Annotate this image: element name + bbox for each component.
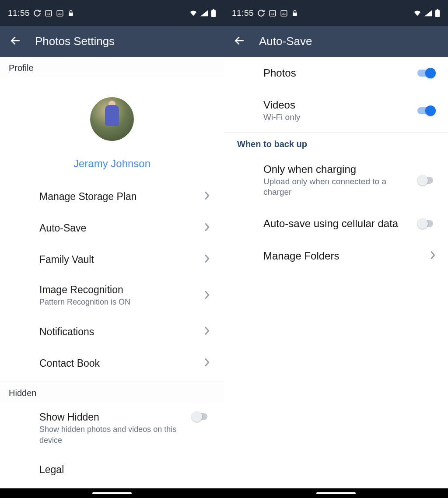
item-label: Image Recognition [39, 284, 204, 296]
svg-text:31: 31 [47, 11, 51, 15]
system-nav-bar[interactable] [0, 488, 224, 498]
chevron-right-icon [430, 250, 436, 262]
svg-rect-11 [435, 10, 440, 17]
signal-icon [200, 10, 208, 17]
profile-block: Jeramy Johnson [0, 77, 224, 181]
item-only-when-charging[interactable]: Only when charging Upload only when conn… [224, 154, 448, 207]
item-cellular-data[interactable]: Auto-save using cellular data [224, 207, 448, 240]
svg-rect-12 [437, 9, 438, 10]
section-profile: Profile [0, 57, 224, 77]
item-label: Auto-Save [39, 222, 204, 234]
calendar-icon: 31 [45, 9, 52, 17]
toggle-photos[interactable] [417, 68, 436, 78]
lock-icon [291, 10, 298, 17]
item-label: Notifications [39, 326, 204, 338]
chevron-right-icon [204, 358, 210, 369]
chevron-right-icon [204, 191, 210, 202]
item-subtitle: Show hidden photos and videos on this de… [39, 424, 192, 445]
section-when-backup: When to back up [224, 133, 448, 154]
calendar-icon: 31 [269, 9, 276, 17]
toggle-videos[interactable] [417, 105, 436, 116]
status-bar: 11:55 31 31 [224, 0, 448, 26]
item-manage-folders[interactable]: Manage Folders [224, 240, 448, 272]
item-subtitle: Wi-Fi only [263, 112, 410, 123]
toggle-charging[interactable] [417, 175, 436, 186]
sync-icon [257, 9, 265, 17]
app-bar: Auto-Save [224, 26, 448, 57]
chevron-right-icon [204, 254, 210, 265]
item-label: Videos [263, 99, 410, 111]
item-label: Auto-save using cellular data [263, 217, 410, 230]
page-title: Photos Settings [35, 35, 115, 48]
signal-icon [424, 10, 432, 17]
lock-icon [67, 10, 74, 17]
page-title: Auto-Save [259, 35, 312, 48]
screen-photos-settings: 11:55 31 31 [0, 0, 224, 498]
item-subtitle: Upload only when connected to a charger [263, 176, 410, 198]
item-label: Family Vault [39, 254, 204, 266]
item-videos[interactable]: Videos Wi-Fi only [224, 89, 448, 133]
item-show-hidden[interactable]: Show Hidden Show hidden photos and video… [0, 403, 224, 454]
calendar-icon: 31 [280, 9, 288, 17]
status-time: 11:55 [232, 8, 254, 18]
item-label: Manage Folders [263, 250, 423, 262]
item-photos[interactable]: Photos [224, 57, 448, 89]
toggle-show-hidden[interactable] [192, 411, 210, 422]
item-label: Legal [39, 464, 210, 476]
profile-name[interactable]: Jeramy Johnson [74, 158, 150, 170]
chevron-right-icon [204, 222, 210, 234]
item-family-vault[interactable]: Family Vault [0, 244, 224, 275]
system-nav-bar[interactable] [224, 488, 448, 498]
item-label: Only when charging [263, 163, 410, 175]
svg-text:31: 31 [58, 11, 62, 15]
screen-auto-save: 11:55 31 31 [224, 0, 448, 498]
sync-icon [33, 9, 41, 17]
svg-text:31: 31 [282, 11, 286, 15]
nav-handle-icon [316, 492, 356, 494]
battery-icon [435, 9, 440, 17]
wifi-icon [413, 10, 422, 17]
item-auto-save[interactable]: Auto-Save [0, 212, 224, 244]
item-manage-storage[interactable]: Manage Storage Plan [0, 181, 224, 212]
item-label: Contact Book [39, 358, 204, 369]
status-bar: 11:55 31 31 [0, 0, 224, 26]
item-image-recognition[interactable]: Image Recognition Pattern Recognition is… [0, 275, 224, 316]
item-label: Photos [263, 67, 410, 79]
svg-text:31: 31 [271, 11, 275, 15]
status-time: 11:55 [8, 8, 30, 18]
svg-rect-5 [213, 9, 214, 10]
back-button[interactable] [10, 35, 21, 48]
item-legal[interactable]: Legal [0, 454, 224, 486]
item-subtitle: Pattern Recognition is ON [39, 297, 204, 307]
item-label: Manage Storage Plan [39, 191, 204, 203]
svg-rect-4 [211, 10, 216, 17]
item-label: Show Hidden [39, 411, 192, 423]
section-hidden: Hidden [0, 382, 224, 403]
calendar-icon: 31 [56, 9, 64, 17]
item-contact-book[interactable]: Contact Book [0, 347, 224, 379]
nav-handle-icon [92, 492, 132, 494]
item-notifications[interactable]: Notifications [0, 316, 224, 347]
toggle-cellular[interactable] [417, 218, 436, 229]
chevron-right-icon [204, 290, 210, 302]
back-button[interactable] [234, 35, 245, 48]
chevron-right-icon [204, 326, 210, 337]
battery-icon [211, 9, 216, 17]
app-bar: Photos Settings [0, 26, 224, 57]
avatar[interactable] [90, 97, 134, 141]
wifi-icon [189, 10, 198, 17]
